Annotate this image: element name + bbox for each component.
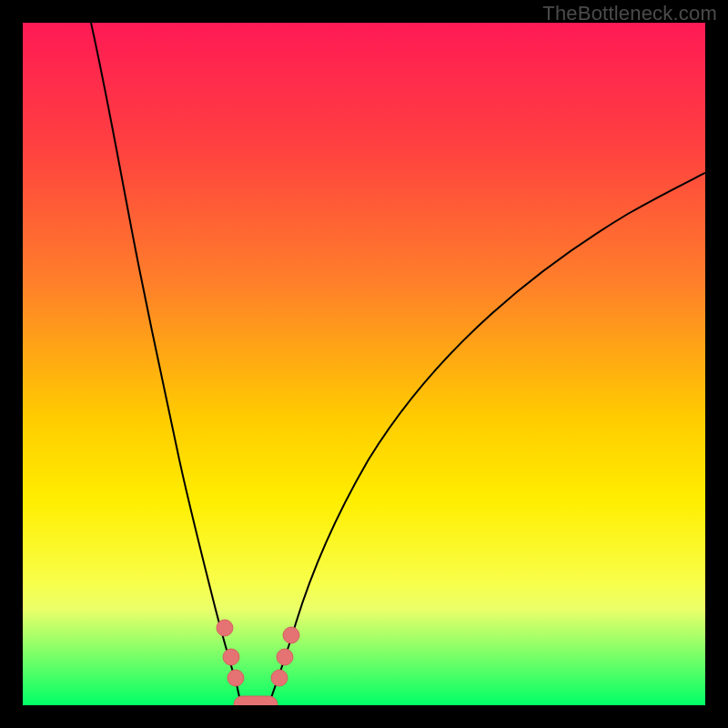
marker-left-2	[223, 649, 239, 665]
marker-right-1	[271, 670, 288, 686]
right-curve	[268, 173, 705, 705]
marker-right-2	[277, 649, 293, 665]
plot-area	[23, 23, 705, 705]
chart-svg	[23, 23, 705, 705]
left-curve	[91, 23, 241, 705]
marker-left-1	[217, 620, 233, 636]
markers-group	[217, 620, 299, 705]
marker-right-3	[283, 627, 299, 643]
valley-marker	[234, 696, 278, 705]
chart-frame: TheBottleneck.com	[0, 0, 728, 728]
marker-left-3	[228, 670, 244, 686]
